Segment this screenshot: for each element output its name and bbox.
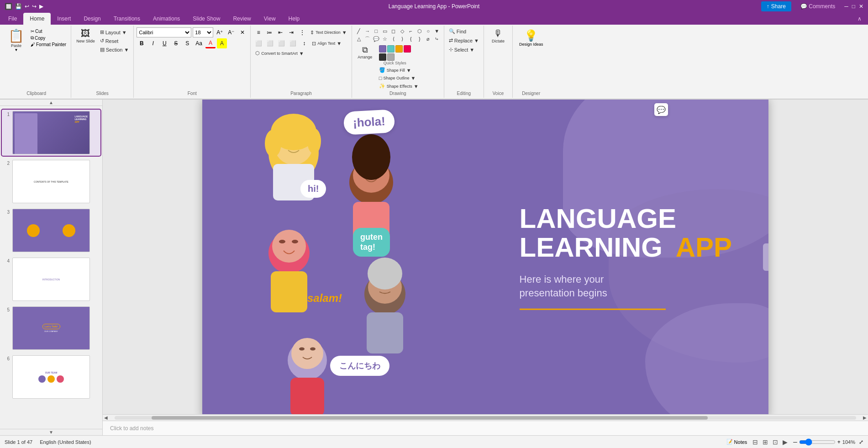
tab-view[interactable]: View bbox=[258, 13, 282, 25]
increase-indent-button[interactable]: ⇥ bbox=[286, 27, 296, 37]
hscroll-thumb[interactable] bbox=[152, 416, 708, 420]
comments-button[interactable]: 💬 Comments bbox=[795, 1, 841, 11]
zoom-slider[interactable] bbox=[799, 438, 836, 446]
align-right-button[interactable]: ⬜ bbox=[276, 38, 287, 48]
canvas-scroll[interactable]: ¡hola! hi! gutentag! salam! こんにちわ bbox=[103, 100, 868, 414]
tab-insert[interactable]: Insert bbox=[51, 13, 77, 25]
slides-scroll-down[interactable]: ▼ bbox=[0, 429, 102, 435]
layout-button[interactable]: ⊞ Layout ▼ bbox=[98, 28, 131, 36]
shape-rect2[interactable]: ▭ bbox=[381, 27, 389, 35]
shape-brace[interactable]: { bbox=[407, 35, 415, 42]
font-name-selector[interactable]: Calibri bbox=[137, 27, 191, 37]
shape-outline-button[interactable]: □ Shape Outline ▼ bbox=[377, 74, 421, 82]
quick-styles-button[interactable]: Quick Styles bbox=[377, 44, 413, 66]
cut-button[interactable]: ✂ Cut bbox=[29, 28, 68, 34]
quick-access-undo[interactable]: ↩ bbox=[25, 3, 29, 10]
shape-effects-button[interactable]: ✨ Shape Effects ▼ bbox=[377, 82, 421, 90]
slide-sorter-button[interactable]: ⊞ bbox=[761, 437, 770, 447]
shape-corner[interactable]: ⌐ bbox=[407, 27, 415, 35]
align-center-button[interactable]: ⬜ bbox=[265, 38, 275, 48]
share-button[interactable]: ↑ Share bbox=[761, 1, 791, 11]
reading-view-button[interactable]: ⊡ bbox=[771, 437, 780, 447]
shape-connector[interactable]: ⤷ bbox=[433, 35, 441, 42]
slide-thumbnail-1[interactable]: 1 LANGUAGELEARNINGAPP bbox=[2, 110, 100, 156]
slide-thumbnail-4[interactable]: 4 INTRODUCTION bbox=[2, 256, 100, 302]
section-button[interactable]: ▤ Section ▼ bbox=[98, 46, 131, 53]
columns-button[interactable]: ⋮ bbox=[297, 27, 307, 37]
slide-thumbnail-3[interactable]: 3 bbox=[2, 207, 100, 253]
notes-button[interactable]: 📝 Notes bbox=[726, 439, 747, 445]
change-case-button[interactable]: Aa bbox=[194, 38, 204, 48]
reset-button[interactable]: ↺ Reset bbox=[98, 37, 131, 45]
bold-button[interactable]: B bbox=[137, 38, 147, 48]
slide-scroll-right[interactable] bbox=[763, 243, 768, 271]
align-text-button[interactable]: ⊡ Align Text ▼ bbox=[310, 40, 343, 47]
shape-star[interactable]: ☆ bbox=[381, 35, 389, 42]
copy-button[interactable]: ⧉ Copy bbox=[29, 35, 68, 41]
paste-button[interactable]: 📋 Paste ▼ bbox=[5, 27, 28, 53]
shape-rect[interactable]: □ bbox=[372, 27, 380, 35]
shape-bracket[interactable]: } bbox=[416, 35, 424, 42]
fit-slide-button[interactable]: ⤢ bbox=[859, 439, 863, 445]
tab-animations[interactable]: Animations bbox=[147, 13, 186, 25]
slide-thumbnail-2[interactable]: 2 CONTENTS OF THIS TEMPLATE bbox=[2, 158, 100, 205]
normal-view-button[interactable]: ⊟ bbox=[751, 437, 760, 447]
tab-slideshow[interactable]: Slide Show bbox=[186, 13, 226, 25]
zoom-out-button[interactable]: ─ bbox=[793, 439, 797, 445]
replace-button[interactable]: ⇄ Replace ▼ bbox=[447, 37, 481, 44]
arrange-button[interactable]: ⧉ Arrange bbox=[355, 44, 375, 66]
align-justify-button[interactable]: ⬜ bbox=[288, 38, 298, 48]
tab-design[interactable]: Design bbox=[77, 13, 107, 25]
tab-review[interactable]: Review bbox=[226, 13, 257, 25]
zoom-in-button[interactable]: + bbox=[837, 439, 841, 445]
select-button[interactable]: ⊹ Select ▼ bbox=[447, 46, 476, 53]
shape-rect3[interactable]: ◻ bbox=[389, 27, 398, 35]
shape-line[interactable]: ╱ bbox=[355, 27, 363, 35]
notes-area[interactable]: Click to add notes bbox=[103, 421, 868, 435]
slide-thumbnail-6[interactable]: 6 OUR TEAM bbox=[2, 354, 100, 400]
tab-transitions[interactable]: Transitions bbox=[107, 13, 147, 25]
slide-canvas[interactable]: ¡hola! hi! gutentag! salam! こんにちわ bbox=[202, 100, 768, 414]
shape-triangle[interactable]: △ bbox=[355, 35, 363, 42]
quick-access-redo[interactable]: ↪ bbox=[32, 3, 37, 10]
decrease-indent-button[interactable]: ⇤ bbox=[275, 27, 285, 37]
font-color-button[interactable]: A bbox=[205, 38, 216, 48]
shape-arc[interactable]: ⌀ bbox=[424, 35, 432, 42]
decrease-font-button[interactable]: A⁻ bbox=[226, 27, 236, 37]
dictate-button[interactable]: 🎙 Dictate bbox=[487, 27, 510, 45]
slide-comment-marker[interactable]: 💬 bbox=[654, 103, 668, 116]
new-slide-button[interactable]: 🖼 New Slide bbox=[74, 27, 97, 45]
slides-scroll-up[interactable]: ▲ bbox=[0, 100, 102, 106]
font-size-selector[interactable]: 18 bbox=[193, 27, 213, 37]
align-left-button[interactable]: ⬜ bbox=[253, 38, 264, 48]
shape-arrow[interactable]: → bbox=[363, 27, 372, 35]
line-spacing-button[interactable]: ↕ bbox=[299, 38, 309, 48]
italic-button[interactable]: I bbox=[148, 38, 158, 48]
clear-format-button[interactable]: ✕ bbox=[237, 27, 247, 37]
highlight-button[interactable]: A bbox=[217, 38, 227, 48]
quick-access-present[interactable]: ▶ bbox=[39, 3, 43, 10]
format-painter-button[interactable]: 🖌 Format Painter bbox=[29, 42, 68, 47]
minimize-button[interactable]: ─ bbox=[844, 3, 848, 10]
tab-collapse[interactable]: ∧ bbox=[851, 13, 868, 25]
shape-callout[interactable]: 💬 bbox=[372, 35, 380, 42]
hscroll-right-button[interactable]: ▶ bbox=[863, 415, 867, 421]
increase-font-button[interactable]: A⁺ bbox=[215, 27, 225, 37]
convert-smartart-button[interactable]: ⬡ Convert to SmartArt ▼ bbox=[253, 49, 305, 57]
find-button[interactable]: 🔍 Find bbox=[447, 27, 468, 35]
close-button[interactable]: ✕ bbox=[859, 3, 863, 10]
shape-hexagon[interactable]: ⬡ bbox=[416, 27, 424, 35]
design-ideas-button[interactable]: 💡 Design Ideas bbox=[516, 27, 547, 48]
shape-curve[interactable]: ⌒ bbox=[363, 35, 372, 42]
text-shadow-button[interactable]: S bbox=[182, 38, 192, 48]
shape-ellipse[interactable]: ○ bbox=[424, 27, 432, 35]
shape-custom2[interactable]: ⟩ bbox=[398, 35, 406, 42]
shape-more[interactable]: ▼ bbox=[433, 27, 441, 35]
slideshow-view-button[interactable]: ▶ bbox=[781, 437, 789, 447]
bullets-button[interactable]: ≡ bbox=[253, 27, 263, 37]
text-direction-button[interactable]: ⇕ Text Direction ▼ bbox=[308, 29, 348, 37]
underline-button[interactable]: U bbox=[159, 38, 169, 48]
shape-diamond[interactable]: ◇ bbox=[398, 27, 406, 35]
strikethrough-button[interactable]: S bbox=[171, 38, 181, 48]
maximize-button[interactable]: □ bbox=[852, 3, 855, 10]
